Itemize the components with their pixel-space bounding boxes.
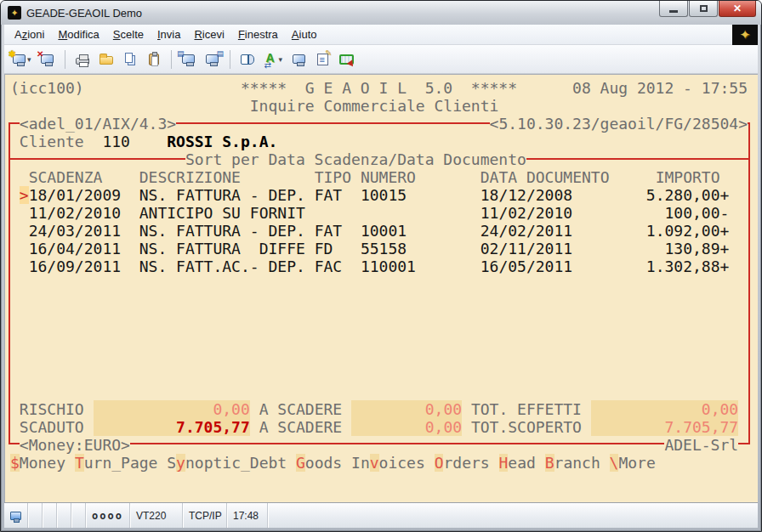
terminal-text: <adel_01/AIX/4.3> [20,115,176,133]
terminal-text: NS. FATTURA - DEP. [139,222,305,240]
toolbar-separator [171,50,172,69]
terminal-text: NS. FATT.AC.- DEP. [139,258,305,275]
terminal-text: 0,00 [591,400,738,418]
menu-item-finestra[interactable]: Finestra [231,25,285,43]
terminal-text: 0,00 [94,400,250,418]
terminal-text: 11/02/2010 [481,204,572,222]
toolbar-button-keyboard-mapping[interactable] [335,48,357,71]
terminal-text: ROSSI S.p.A. [167,133,277,150]
menu-item-invia[interactable]: Invia [151,25,187,43]
terminal-text: ADEL-Srl [664,436,738,454]
terminal-text: 08 Aug 2012 - 17:55 [572,79,748,97]
toolbar-button-open[interactable] [95,48,117,71]
terminal-line: $Money Turn_Page Synoptic_Debt Goods Inv… [10,454,656,472]
terminal-text: noptic_Debt [185,454,287,472]
terminal-line: 11/02/2010 ANTICIPO SU FORNIT 11/02/2010… [10,204,729,222]
menu-item-modifica[interactable]: Modifica [51,25,105,43]
terminal-line: 24/03/2011 NS. FATTURA - DEP. FAT 10001 … [10,222,729,240]
menu-bar: AzioniModificaScelteInviaRiceviFinestraA… [4,25,758,45]
dropdown-arrow-icon[interactable]: ▾ [279,55,283,64]
terminal-text: ranch [554,454,600,472]
terminal-text: 7.705,77 [591,418,738,436]
terminal-text: 16/05/2011 [481,258,572,275]
title-bar[interactable]: GEADE-GEAOIL Demo ✕ [1,1,761,25]
terminal-line: RISCHIO 0,00 A SCADERE 0,00 TOT. EFFETTI… [10,400,738,418]
app-window: GEADE-GEAOIL Demo ✕ AzioniModificaScelte… [0,0,762,532]
terminal-text: TOT.SCOPERTO [471,418,582,436]
toolbar-button-manual[interactable] [236,48,259,71]
terminal-text: 100,00- [664,204,729,222]
terminal-text: 02/11/2011 [481,240,572,258]
statusbar-spare-cell [43,503,57,528]
dropdown-arrow-icon[interactable]: ▾ [27,55,31,64]
toolbar-button-receive-file[interactable] [202,48,224,71]
copy-icon [125,53,133,63]
minimize-button[interactable] [659,1,688,17]
terminal-text: FAT [315,222,343,240]
menu-item-scelte[interactable]: Scelte [106,25,151,43]
toolbar-button-session-settings[interactable] [311,48,333,71]
terminal-text: 24/03/2011 [29,222,121,240]
window-title: GEADE-GEAOIL Demo [26,7,142,20]
terminal-new-icon [13,54,26,64]
minimize-icon [669,10,678,13]
toolbar-button-copy[interactable] [119,48,141,71]
terminal-text: A SCADERE [259,400,343,418]
terminal-text: RISCHIO [20,400,84,418]
terminal-text: 24/02/2011 [481,222,572,240]
statusbar-protocol: TCP/IP [183,503,227,528]
toolbar-button-send-file[interactable] [178,48,200,71]
terminal-text: G [296,454,305,472]
terminal-text: SCADUTO [20,418,84,436]
toolbar-button-new-session[interactable]: ▾ [9,48,35,71]
menu-item-aiuto[interactable]: Aiuto [285,25,324,43]
terminal-text: DATA DOCUMENTO [481,168,610,186]
toolbar-button-print[interactable] [71,48,94,71]
terminal-text: 16/04/2011 [29,240,121,258]
terminal-text: <5.10.30.23/geaoil/FG/28504> [490,115,748,133]
terminal-text: More [618,454,655,472]
terminal-line: <adel_01/AIX/4.3> <5.10.30.23/geaoil/FG/… [10,115,748,133]
toolbar-button-session-display[interactable] [287,48,310,71]
toolbar-button-font[interactable]: ▾ [260,48,287,71]
close-button[interactable]: ✕ [719,1,756,17]
terminal-text: NS. FATTURA - DEP. [139,186,305,204]
window-client-area: AzioniModificaScelteInviaRiceviFinestraA… [4,25,758,528]
file-receive-icon [206,54,219,64]
terminal-line: >18/01/2009 NS. FATTURA - DEP. FAT 10015… [10,186,729,204]
computer-icon [10,512,21,520]
terminal-screen[interactable]: (icc100) ***** G E A O I L 5.0 ***** 08 … [4,74,758,502]
terminal-text: TOT. EFFETTI [471,400,582,418]
terminal-text: 110001 [361,258,416,275]
terminal-text: 18/12/2008 [481,186,572,204]
menu-item-ricevi[interactable]: Ricevi [187,25,230,43]
terminal-text: 1.092,00+ [646,222,730,240]
terminal-disconnect-icon [41,54,54,64]
terminal-text: > [20,186,29,204]
terminal-text: NUMERO [361,168,416,186]
toolbar-button-disconnect[interactable] [37,48,59,71]
statusbar-led-cell: oooo [86,503,130,528]
terminal-text: ead [508,454,536,472]
printer-icon [76,58,89,65]
keyboard-icon [339,54,354,65]
menu-item-azioni[interactable]: Azioni [8,25,51,43]
maximize-button[interactable] [689,1,718,17]
terminal-text: FD [315,240,333,258]
terminal-text: A SCADERE [259,418,343,436]
file-send-icon [182,54,195,64]
toolbar-button-paste[interactable] [143,48,165,71]
terminal-text: NS. FATTURA DIFFE [139,240,305,258]
status-bar: ooooVT220TCP/IP17:48 [4,502,758,528]
terminal-text: ***** G E A O I L 5.0 ***** [241,79,517,97]
terminal-text: O [435,454,444,472]
terminal-text: Cliente [20,133,84,150]
statusbar-spare-cell [28,503,43,528]
terminal-line: Sort per Data Scadenza/Data Documento [10,150,526,168]
toolbar: ▾▾ [4,45,758,74]
close-icon: ✕ [733,3,742,14]
terminal-text: 0,00 [351,418,462,436]
terminal-text: 55158 [361,240,407,258]
terminal-text: 110 [102,133,130,150]
toolbar-separator [230,50,230,69]
